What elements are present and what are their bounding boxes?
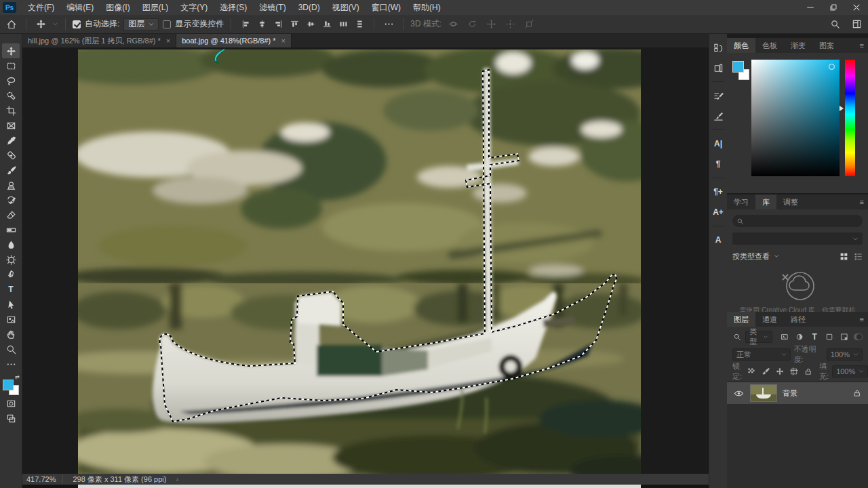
spot-healing-tool[interactable]	[2, 148, 20, 163]
align-middle-v-icon[interactable]	[303, 17, 318, 32]
move-tool-preset-icon[interactable]	[33, 17, 48, 32]
layers-tab-路径[interactable]: 路径	[784, 312, 812, 327]
library-search-input[interactable]	[732, 215, 863, 227]
quick-mask-button[interactable]	[2, 396, 20, 411]
menu-窗口(W)[interactable]: 窗口(W)	[366, 0, 407, 15]
layer-thumbnail[interactable]	[750, 384, 777, 402]
dodge-tool-icon[interactable]	[6, 255, 16, 265]
quick-selection-tool-icon[interactable]	[6, 91, 16, 101]
workspace-icon[interactable]	[849, 17, 864, 32]
history-brush-tool-icon[interactable]	[6, 195, 16, 205]
zoom-level-field[interactable]: 417.72%	[26, 475, 63, 483]
hand-tool[interactable]	[2, 327, 20, 342]
zoom-tool-icon[interactable]	[6, 344, 16, 354]
pen-tool-icon[interactable]	[6, 270, 16, 280]
layer-row-background[interactable]: 背景	[727, 382, 868, 404]
menu-帮助(H)[interactable]: 帮助(H)	[407, 0, 447, 15]
align-bottom-icon[interactable]	[319, 17, 334, 32]
library-select-dropdown[interactable]	[732, 232, 863, 245]
search-icon[interactable]	[732, 331, 742, 343]
color-tab-图案[interactable]: 图案	[812, 38, 841, 53]
align-center-h-icon[interactable]	[254, 17, 269, 32]
history-icon[interactable]	[711, 41, 726, 54]
chevron-down-icon[interactable]	[52, 21, 58, 27]
hue-slider-arrow[interactable]	[840, 106, 844, 111]
smart-filter-icon[interactable]	[838, 331, 850, 343]
dodge-tool[interactable]	[2, 252, 20, 267]
layers-tab-图层[interactable]: 图层	[727, 312, 755, 327]
quick-mask-icon[interactable]	[6, 399, 16, 409]
canvas-viewport[interactable]	[22, 47, 709, 474]
show-transform-checkbox[interactable]	[163, 20, 171, 28]
color-tab-色板[interactable]: 色板	[755, 38, 784, 53]
blur-tool-icon[interactable]	[6, 240, 16, 250]
brush-settings-icon[interactable]	[711, 89, 726, 102]
slide-3d-icon[interactable]	[502, 17, 517, 32]
restore-button[interactable]	[822, 0, 845, 15]
search-icon[interactable]	[827, 17, 842, 32]
layer-name[interactable]: 背景	[783, 388, 797, 399]
color-tab-渐变[interactable]: 渐变	[784, 38, 812, 53]
lock-pixels-icon[interactable]	[760, 365, 772, 378]
lock-all-icon[interactable]	[802, 365, 814, 378]
scale-3d-icon[interactable]	[521, 17, 536, 32]
type-tool-icon[interactable]: T	[8, 285, 13, 294]
move-tool-icon[interactable]	[6, 46, 16, 56]
menu-滤镜(T)[interactable]: 滤镜(T)	[253, 0, 292, 15]
align-left-icon[interactable]	[238, 17, 253, 32]
shape-filter-icon[interactable]	[823, 331, 835, 343]
grid-view-icon[interactable]	[840, 252, 848, 261]
rectangle-tool[interactable]	[2, 312, 20, 327]
libraries-tab-学习[interactable]: 学习	[727, 195, 755, 209]
rect-marquee-tool[interactable]	[2, 58, 20, 73]
brush-tool[interactable]	[2, 163, 20, 178]
hand-tool-icon[interactable]	[6, 329, 16, 340]
blur-tool[interactable]	[2, 237, 20, 252]
brushes-icon[interactable]	[711, 109, 726, 123]
status-chevron[interactable]: ›	[176, 475, 178, 483]
pan-3d-icon[interactable]	[484, 17, 498, 32]
panel-menu-icon[interactable]: ≡	[860, 315, 864, 323]
more-options-icon[interactable]	[381, 17, 396, 32]
path-selection-tool[interactable]	[2, 297, 20, 312]
document-tab[interactable]: hill.jpg @ 162% (图层 1 拷贝, RGB/8#) *×	[22, 34, 176, 47]
frame-tool[interactable]	[2, 118, 20, 133]
home-icon[interactable]	[4, 17, 19, 32]
glyphs-icon[interactable]: A	[711, 233, 726, 247]
character-icon[interactable]: A|	[711, 137, 726, 150]
auto-select-target-dropdown[interactable]: 图层	[123, 18, 159, 30]
blend-mode-dropdown[interactable]: 正常	[732, 348, 791, 361]
distribute-h-icon[interactable]	[336, 17, 351, 32]
clone-stamp-tool-icon[interactable]	[6, 180, 16, 190]
panel-menu-icon[interactable]: ≡	[860, 41, 864, 49]
menu-编辑(E)[interactable]: 编辑(E)	[60, 0, 100, 15]
menu-文字(Y)[interactable]: 文字(Y)	[174, 0, 214, 15]
spot-healing-tool-icon[interactable]	[6, 150, 16, 161]
roll-3d-icon[interactable]	[465, 17, 479, 32]
menu-图层(L)[interactable]: 图层(L)	[136, 0, 175, 15]
move-tool[interactable]	[2, 43, 20, 58]
layers-tab-通道[interactable]: 通道	[755, 312, 784, 327]
color-tab-颜色[interactable]: 颜色	[727, 38, 755, 53]
menu-视图(V)[interactable]: 视图(V)	[326, 0, 366, 15]
lock-position-icon[interactable]	[774, 365, 786, 378]
color-picker-marker[interactable]	[829, 64, 835, 70]
foreground-color-swatch[interactable]	[3, 380, 14, 390]
rect-marquee-tool-icon[interactable]	[6, 61, 16, 71]
horizontal-scrollbar[interactable]	[22, 485, 709, 488]
menu-文件(F)[interactable]: 文件(F)	[22, 0, 60, 15]
brush-tool-icon[interactable]	[6, 165, 16, 176]
paragraph-icon[interactable]: ¶	[711, 157, 726, 171]
scrollbar-thumb[interactable]	[78, 485, 641, 488]
paragraph-styles-icon[interactable]: ¶+	[711, 185, 726, 199]
gradient-tool[interactable]	[2, 222, 20, 237]
foreground-background-colors[interactable]: ⇄	[2, 375, 20, 396]
close-tab-icon[interactable]: ×	[281, 37, 285, 45]
saturation-brightness-field[interactable]	[751, 60, 840, 176]
crop-tool[interactable]	[2, 103, 20, 118]
adjustment-filter-icon[interactable]	[793, 331, 806, 343]
menu-图像(I)[interactable]: 图像(I)	[100, 0, 136, 15]
clone-stamp-tool[interactable]	[2, 178, 20, 192]
screen-mode-icon[interactable]	[6, 413, 16, 424]
filter-type-dropdown[interactable]: 类型	[745, 331, 772, 343]
